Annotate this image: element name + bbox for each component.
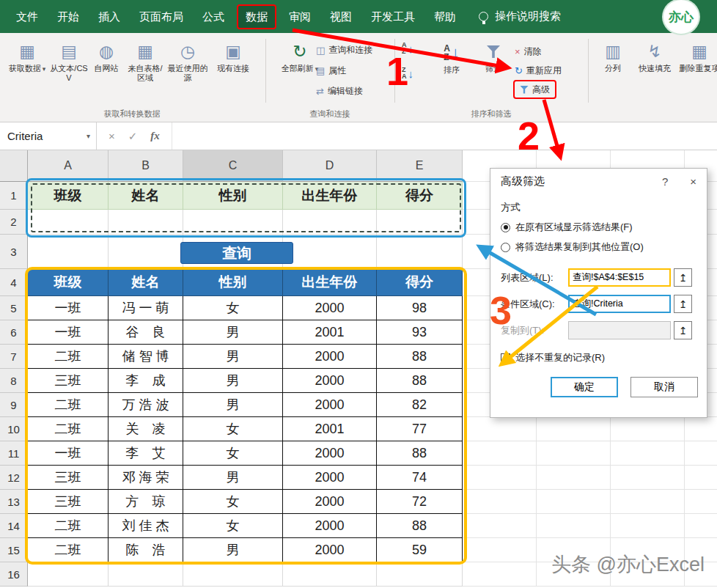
text-to-columns-button[interactable]: ▥ 分列 [595,36,630,109]
cell-A10[interactable]: 二班 [28,417,109,441]
cell-E16[interactable] [377,562,463,587]
tab-view[interactable]: 视图 [320,0,361,33]
cell-C16[interactable] [183,562,283,587]
cell-B10[interactable]: 关 凌 [109,417,183,441]
row-header-14[interactable]: 14 [0,514,28,538]
row-header-3[interactable]: 3 [0,235,28,269]
cell-A13[interactable]: 三班 [28,490,109,514]
row-header-8[interactable]: 8 [0,369,28,393]
cell-B5[interactable]: 冯 一 萌 [109,296,183,320]
existing-connections-button[interactable]: ▣ 现有连接 [214,36,252,109]
ok-button[interactable]: 确定 [551,377,618,397]
name-box-dropdown-icon[interactable]: ▾ [87,132,90,140]
cell-D2[interactable] [283,210,377,235]
row-header-2[interactable]: 2 [0,210,28,235]
name-box[interactable]: Criteria ▾ [0,122,97,150]
cell-D15[interactable]: 2000 [283,538,377,562]
cell-C7[interactable]: 男 [183,345,283,369]
cell-C11[interactable]: 女 [183,441,283,466]
cell-D7[interactable]: 2000 [283,345,377,369]
cell-A4[interactable]: 班级 [28,269,109,296]
sort-ascending-button[interactable]: AZ ↓ [402,39,413,58]
clear-filter-button[interactable]: × 清除 [515,42,542,61]
cell-B15[interactable]: 陈 浩 [109,538,183,562]
row-header-1[interactable]: 1 [0,182,28,210]
filter-button[interactable]: 筛选 [475,36,512,109]
cell-E10[interactable]: 77 [377,417,463,441]
cell-E13[interactable]: 72 [377,490,463,514]
cell-A8[interactable]: 三班 [28,369,109,393]
tab-formulas[interactable]: 公式 [193,0,234,33]
edit-links-button[interactable]: ⇄ 编辑链接 [316,81,363,100]
cell-D8[interactable]: 2000 [283,369,377,393]
row-header-16[interactable]: 16 [0,562,28,587]
cell-D10[interactable]: 2001 [283,417,377,441]
cell-A1[interactable]: 班级 [28,182,109,210]
close-icon[interactable]: × [690,175,696,188]
cell-A11[interactable]: 一班 [28,441,109,466]
row-header-12[interactable]: 12 [0,466,28,490]
advanced-filter-button[interactable]: 高级 [513,80,556,99]
reapply-button[interactable]: ↻ 重新应用 [515,61,562,80]
column-header-A[interactable]: A [28,150,109,182]
cell-B4[interactable]: 姓名 [109,269,183,296]
tab-review[interactable]: 审阅 [279,0,320,33]
cell-C1[interactable]: 性别 [183,182,283,210]
tab-help[interactable]: 帮助 [424,0,466,33]
cell-D3[interactable] [283,235,377,269]
cell-E4[interactable]: 得分 [377,269,463,296]
help-icon[interactable]: ? [662,175,668,188]
cell-D12[interactable]: 2000 [283,466,377,490]
cell-D4[interactable]: 出生年份 [283,269,377,296]
cell-A14[interactable]: 二班 [28,514,109,538]
query-macro-button[interactable]: 查询 [180,242,293,264]
cell-E7[interactable]: 88 [377,345,463,369]
cell-E15[interactable]: 59 [377,538,463,562]
insert-function-icon[interactable]: fx [150,130,160,142]
row-header-15[interactable]: 15 [0,538,28,562]
cell-D1[interactable]: 出生年份 [283,182,377,210]
cell-E11[interactable]: 88 [377,441,463,466]
radio-filter-in-place[interactable]: 在原有区域显示筛选结果(F) [501,221,698,234]
cell-C8[interactable]: 男 [183,369,283,393]
list-range-input[interactable] [568,268,671,287]
cell-B11[interactable]: 李 艾 [109,441,183,466]
cell-D9[interactable]: 2000 [283,393,377,417]
cell-B14[interactable]: 刘 佳 杰 [109,514,183,538]
cell-B7[interactable]: 储 智 博 [109,345,183,369]
row-header-6[interactable]: 6 [0,320,28,345]
cell-C5[interactable]: 女 [183,296,283,320]
cell-C4[interactable]: 性别 [183,269,283,296]
cell-E14[interactable]: 88 [377,514,463,538]
formula-input[interactable] [172,122,717,150]
range-picker-icon[interactable]: ↥ [674,321,692,339]
row-header-11[interactable]: 11 [0,441,28,466]
cell-D6[interactable]: 2001 [283,320,377,345]
row-header-13[interactable]: 13 [0,490,28,514]
cell-D11[interactable]: 2000 [283,441,377,466]
cell-C6[interactable]: 男 [183,320,283,345]
cell-E8[interactable]: 88 [377,369,463,393]
cell-B2[interactable] [109,210,183,235]
cell-E5[interactable]: 98 [377,296,463,320]
cell-B16[interactable] [109,562,183,587]
cell-B12[interactable]: 邓 海 荣 [109,466,183,490]
cell-E2[interactable] [377,210,463,235]
cell-A16[interactable] [28,562,109,587]
cell-C14[interactable]: 女 [183,514,283,538]
cell-A7[interactable]: 二班 [28,345,109,369]
row-header-10[interactable]: 10 [0,417,28,441]
cancel-button[interactable]: 取消 [630,377,698,397]
cell-A9[interactable]: 二班 [28,393,109,417]
cell-B6[interactable]: 谷 良 [109,320,183,345]
row-header-5[interactable]: 5 [0,296,28,320]
column-header-D[interactable]: D [283,150,377,182]
flash-fill-button[interactable]: ↯ 快速填充 [633,36,676,109]
cell-C15[interactable]: 男 [183,538,283,562]
from-text-csv-button[interactable]: ▤ 从文本/CSV [50,36,88,109]
get-data-button[interactable]: ▦ 获取数据▾ [6,36,48,109]
column-header-E[interactable]: E [377,150,463,182]
sort-descending-button[interactable]: AZ ↓ [402,64,413,83]
properties-button[interactable]: ▤ 属性 [316,61,346,80]
cell-A12[interactable]: 三班 [28,466,109,490]
